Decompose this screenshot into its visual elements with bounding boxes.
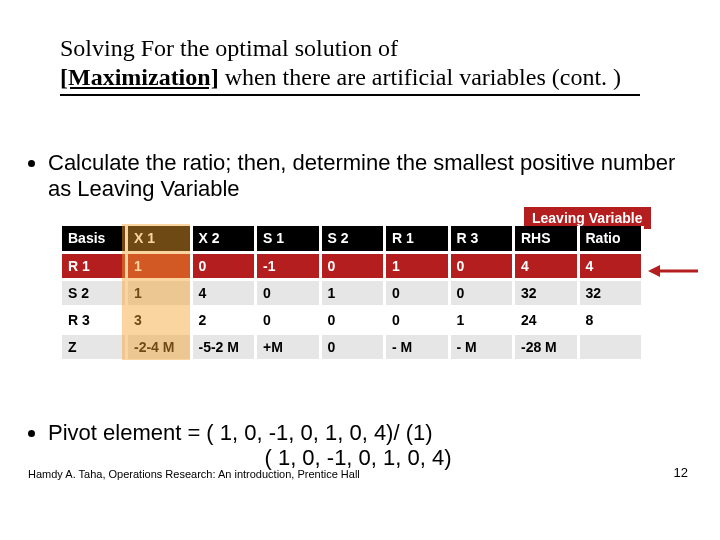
table-cell: -1 [256, 252, 321, 279]
table-cell: 0 [449, 252, 514, 279]
col-header: R 1 [385, 226, 450, 252]
col-header: Basis [62, 226, 127, 252]
col-header: S 1 [256, 226, 321, 252]
bullet-list-1: Calculate the ratio; then, determine the… [28, 150, 688, 202]
table-cell: 1 [449, 306, 514, 333]
table-cell: - M [449, 333, 514, 360]
table-cell: 24 [514, 306, 579, 333]
table-cell: 4 [578, 252, 643, 279]
table-cell: 0 [449, 279, 514, 306]
table-cell: 4 [514, 252, 579, 279]
col-header: R 3 [449, 226, 514, 252]
table-cell: -2-4 M [127, 333, 192, 360]
table-cell: 0 [256, 306, 321, 333]
table-cell: +M [256, 333, 321, 360]
bullet-2: Pivot element = ( 1, 0, -1, 0, 1, 0, 4)/… [48, 420, 688, 471]
table-cell: 0 [320, 306, 385, 333]
table-cell: 0 [256, 279, 321, 306]
table-cell: 1 [320, 279, 385, 306]
table-cell: 1 [127, 252, 192, 279]
table-cell: -28 M [514, 333, 579, 360]
table-cell: 0 [191, 252, 256, 279]
table-cell: Z [62, 333, 127, 360]
table-cell: 8 [578, 306, 643, 333]
table-cell: 1 [385, 252, 450, 279]
table-cell: 2 [191, 306, 256, 333]
table-row: R 3320001248 [62, 306, 643, 333]
table-cell: S 2 [62, 279, 127, 306]
table-cell: 0 [320, 252, 385, 279]
table-cell: 4 [191, 279, 256, 306]
leaving-row-arrow-icon [648, 264, 698, 278]
table-cell: 3 [127, 306, 192, 333]
table-row: S 21401003232 [62, 279, 643, 306]
slide-title: Solving For the optimal solution of [Max… [60, 34, 640, 96]
table-cell: R 3 [62, 306, 127, 333]
table-cell: 32 [578, 279, 643, 306]
page-number: 12 [674, 465, 688, 480]
pivot-line2: ( 1, 0, -1, 0, 1, 0, 4) [28, 445, 688, 470]
table-cell: R 1 [62, 252, 127, 279]
pivot-line1: Pivot element = ( 1, 0, -1, 0, 1, 0, 4)/… [48, 420, 433, 445]
table-cell: 0 [320, 333, 385, 360]
title-line1: Solving For the optimal solution of [60, 35, 398, 61]
table-cell: 0 [385, 306, 450, 333]
title-rest: when there are artificial variables (con… [219, 64, 621, 90]
table-cell: 1 [127, 279, 192, 306]
bullet-1: Calculate the ratio; then, determine the… [48, 150, 688, 202]
col-header: Ratio [578, 226, 643, 252]
table-cell [578, 333, 643, 360]
col-header: X 1 [127, 226, 192, 252]
col-header: X 2 [191, 226, 256, 252]
table-row: R 110-101044 [62, 252, 643, 279]
col-header: RHS [514, 226, 579, 252]
col-header: S 2 [320, 226, 385, 252]
table-cell: - M [385, 333, 450, 360]
table-row: Z-2-4 M-5-2 M+M0- M- M-28 M [62, 333, 643, 360]
bullet-list-2: Pivot element = ( 1, 0, -1, 0, 1, 0, 4)/… [28, 420, 688, 471]
simplex-table: BasisX 1X 2S 1S 2R 1R 3RHSRatio R 110-10… [62, 226, 644, 362]
svg-marker-1 [648, 265, 660, 277]
title-maximization: [Maximization] [60, 64, 219, 90]
footer-citation: Hamdy A. Taha, Operations Research: An i… [28, 468, 360, 480]
table-cell: 0 [385, 279, 450, 306]
table-cell: -5-2 M [191, 333, 256, 360]
table-cell: 32 [514, 279, 579, 306]
